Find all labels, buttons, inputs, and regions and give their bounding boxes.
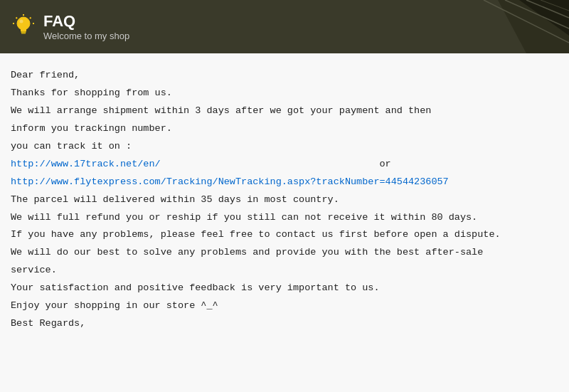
svg-line-7 <box>16 18 18 19</box>
line-thanks: Thanks for shopping from us. <box>11 85 558 102</box>
bulb-icon <box>11 14 36 39</box>
or-label: or <box>380 159 391 169</box>
svg-rect-1 <box>21 29 26 31</box>
svg-rect-2 <box>21 31 26 33</box>
line-track-url2: http://www.flytexpress.com/Tracking/NewT… <box>11 174 558 191</box>
line-best1: We will do our best to solve any problem… <box>11 245 558 261</box>
svg-rect-3 <box>21 33 26 34</box>
line-shipment1: We will arrange shipment within 3 days a… <box>11 103 558 120</box>
line-delivery: The parcel will delivered within 35 days… <box>11 192 558 208</box>
header-text: FAQ Welcome to my shop <box>43 12 129 41</box>
line-problems: If you have any problems, please feel fr… <box>11 227 558 243</box>
line-shipment2: inform you trackingn number. <box>11 121 558 137</box>
header-title: FAQ <box>43 12 129 31</box>
line-track-urls: http://www.17track.net/en/ or <box>11 157 558 173</box>
header: FAQ Welcome to my shop <box>0 0 569 53</box>
track-link-2[interactable]: http://www.flytexpress.com/Tracking/NewT… <box>11 176 449 187</box>
line-greeting: Dear friend, <box>11 68 558 84</box>
svg-point-9 <box>20 20 23 23</box>
line-refund: We will full refund you or reship if you… <box>11 210 558 226</box>
line-track-intro: you can track it on : <box>11 139 558 155</box>
line-satisfaction: Your satisfaction and positive feedback … <box>11 280 558 297</box>
svg-line-5 <box>30 18 31 19</box>
svg-point-0 <box>17 17 30 30</box>
track-link-1[interactable]: http://www.17track.net/en/ <box>11 159 161 169</box>
content-area: Dear friend, Thanks for shopping from us… <box>0 53 569 392</box>
line-regards: Best Regards, <box>11 316 558 332</box>
line-best2: service. <box>11 263 558 279</box>
header-decoration <box>413 0 569 53</box>
header-logo: FAQ Welcome to my shop <box>11 12 129 41</box>
header-subtitle: Welcome to my shop <box>43 31 129 41</box>
line-enjoy: Enjoy your shopping in our store ^_^ <box>11 298 558 314</box>
